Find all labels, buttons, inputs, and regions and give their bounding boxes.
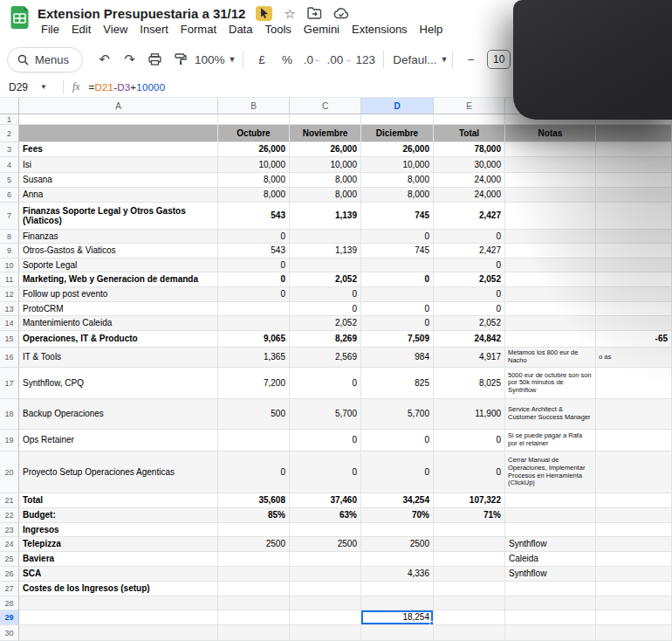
cell-A24[interactable]: Telepizza bbox=[19, 537, 218, 552]
cell-B28[interactable] bbox=[218, 596, 290, 610]
cell-B24[interactable]: 2500 bbox=[218, 537, 290, 552]
cell-G23[interactable] bbox=[596, 523, 672, 537]
cell-E24[interactable] bbox=[434, 537, 505, 552]
menu-item-gemini[interactable]: Gemini bbox=[298, 22, 346, 37]
cell-A10[interactable]: Soporte Legal bbox=[19, 258, 218, 272]
cell-F30[interactable] bbox=[505, 625, 596, 641]
cell-C13[interactable]: 0 bbox=[290, 302, 361, 316]
menu-item-data[interactable]: Data bbox=[223, 22, 258, 37]
cell-E21[interactable]: 107,322 bbox=[434, 493, 505, 508]
row-header-19[interactable]: 19 bbox=[0, 430, 19, 451]
cell-G3[interactable] bbox=[596, 142, 672, 157]
cell-G12[interactable] bbox=[596, 287, 672, 302]
cell-C28[interactable] bbox=[290, 596, 361, 610]
cell-B11[interactable]: 0 bbox=[218, 272, 290, 287]
redo-button[interactable]: ↷ bbox=[119, 49, 141, 70]
row-header-10[interactable]: 10 bbox=[0, 258, 19, 272]
cell-C6[interactable]: 8,000 bbox=[290, 188, 361, 203]
cell-E6[interactable]: 24,000 bbox=[434, 188, 505, 203]
cell-E1[interactable] bbox=[434, 114, 505, 125]
cell-C29[interactable] bbox=[290, 610, 361, 625]
cell-D30[interactable] bbox=[361, 625, 434, 641]
cell-A20[interactable]: Proyecto Setup Operaciones Agenticas bbox=[19, 451, 218, 493]
cell-B27[interactable] bbox=[218, 582, 290, 596]
cell-F18[interactable]: Service Architect & Customer Success Man… bbox=[505, 399, 596, 430]
cell-F4[interactable] bbox=[505, 157, 596, 173]
cell-A7[interactable]: Finanzas Soporte Legal y Otros Gastos (V… bbox=[19, 203, 218, 230]
cell-C20[interactable]: 0 bbox=[290, 451, 361, 493]
cell-A28[interactable] bbox=[19, 596, 218, 610]
cell-B6[interactable]: 8,000 bbox=[218, 188, 290, 203]
cell-B8[interactable]: 0 bbox=[218, 230, 290, 244]
row-header-30[interactable]: 30 bbox=[0, 625, 19, 641]
cell-A13[interactable]: ProtoCRM bbox=[19, 302, 218, 316]
cell-B5[interactable]: 8,000 bbox=[218, 173, 290, 188]
cell-B16[interactable]: 1,365 bbox=[218, 348, 290, 368]
row-header-20[interactable]: 20 bbox=[0, 451, 19, 493]
row-header-17[interactable]: 17 bbox=[0, 368, 19, 399]
row-header-24[interactable]: 24 bbox=[0, 537, 19, 552]
cell-G24[interactable] bbox=[596, 537, 672, 552]
cell-G19[interactable] bbox=[596, 430, 672, 451]
row-header-13[interactable]: 13 bbox=[0, 302, 19, 316]
cell-F6[interactable] bbox=[505, 188, 596, 203]
cell-E8[interactable]: 0 bbox=[434, 230, 505, 244]
row-header-1[interactable]: 1 bbox=[0, 114, 19, 125]
move-folder-icon[interactable] bbox=[307, 7, 322, 19]
paint-format-button[interactable] bbox=[169, 49, 191, 70]
cell-D9[interactable]: 745 bbox=[361, 244, 434, 258]
cell-C27[interactable] bbox=[290, 582, 361, 596]
cell-C10[interactable] bbox=[290, 258, 361, 272]
cell-B26[interactable] bbox=[218, 567, 290, 582]
cell-D20[interactable]: 0 bbox=[361, 451, 434, 493]
cell-G16[interactable]: o as bbox=[596, 348, 672, 368]
row-header-26[interactable]: 26 bbox=[0, 567, 19, 582]
cell-F24[interactable]: Synthflow bbox=[505, 537, 596, 552]
cell-C30[interactable] bbox=[290, 625, 361, 641]
fill-handle[interactable] bbox=[429, 621, 434, 625]
cell-D21[interactable]: 34,254 bbox=[361, 493, 434, 508]
menu-item-insert[interactable]: Insert bbox=[134, 22, 175, 37]
cell-A22[interactable]: Budget: bbox=[19, 508, 218, 523]
cloud-status-icon[interactable] bbox=[333, 8, 349, 19]
increase-decimal-button[interactable]: .00→ bbox=[326, 49, 351, 70]
row-header-9[interactable]: 9 bbox=[0, 244, 19, 258]
row-header-2[interactable]: 2 bbox=[0, 125, 19, 142]
cell-A27[interactable]: Costes de los Ingresos (setup) bbox=[19, 582, 218, 596]
cell-F22[interactable] bbox=[505, 508, 596, 523]
cell-E12[interactable]: 0 bbox=[434, 287, 505, 302]
row-header-4[interactable]: 4 bbox=[0, 157, 19, 173]
cell-E9[interactable]: 2,427 bbox=[434, 244, 505, 258]
column-header-D[interactable]: D bbox=[361, 98, 434, 114]
cell-C11[interactable]: 2,052 bbox=[290, 272, 361, 287]
cell-F21[interactable] bbox=[505, 493, 596, 508]
cell-B1[interactable] bbox=[218, 114, 290, 125]
cell-B19[interactable] bbox=[218, 430, 290, 451]
cell-G22[interactable] bbox=[596, 508, 672, 523]
cell-F14[interactable] bbox=[505, 316, 596, 331]
cell-F26[interactable]: Synthflow bbox=[505, 567, 596, 582]
cell-A30[interactable] bbox=[19, 625, 218, 641]
cell-B3[interactable]: 26,000 bbox=[218, 142, 290, 157]
menu-item-edit[interactable]: Edit bbox=[65, 22, 97, 37]
cell-E15[interactable]: 24,842 bbox=[434, 331, 505, 348]
cell-A25[interactable]: Baviera bbox=[19, 552, 218, 567]
row-header-25[interactable]: 25 bbox=[0, 552, 19, 567]
cell-F17[interactable]: 5000 eur de octubre son son por 50k minu… bbox=[505, 368, 596, 399]
cell-F23[interactable] bbox=[505, 523, 596, 537]
cell-C18[interactable]: 5,700 bbox=[290, 399, 361, 430]
cell-D16[interactable]: 984 bbox=[361, 348, 434, 368]
cell-E22[interactable]: 71% bbox=[434, 508, 505, 523]
cell-C15[interactable]: 8,269 bbox=[290, 331, 361, 348]
row-header-22[interactable]: 22 bbox=[0, 508, 19, 523]
menu-item-extensions[interactable]: Extensions bbox=[346, 22, 414, 37]
cell-C17[interactable]: 0 bbox=[290, 368, 361, 399]
zoom-select[interactable]: 100%▼ bbox=[195, 49, 236, 70]
cell-D19[interactable]: 0 bbox=[361, 430, 434, 451]
cell-D17[interactable]: 825 bbox=[361, 368, 434, 399]
print-button[interactable] bbox=[144, 49, 166, 70]
cell-D28[interactable] bbox=[361, 596, 434, 610]
cell-B12[interactable]: 0 bbox=[218, 287, 290, 302]
undo-button[interactable]: ↶ bbox=[93, 49, 115, 70]
cell-F11[interactable] bbox=[505, 272, 596, 287]
